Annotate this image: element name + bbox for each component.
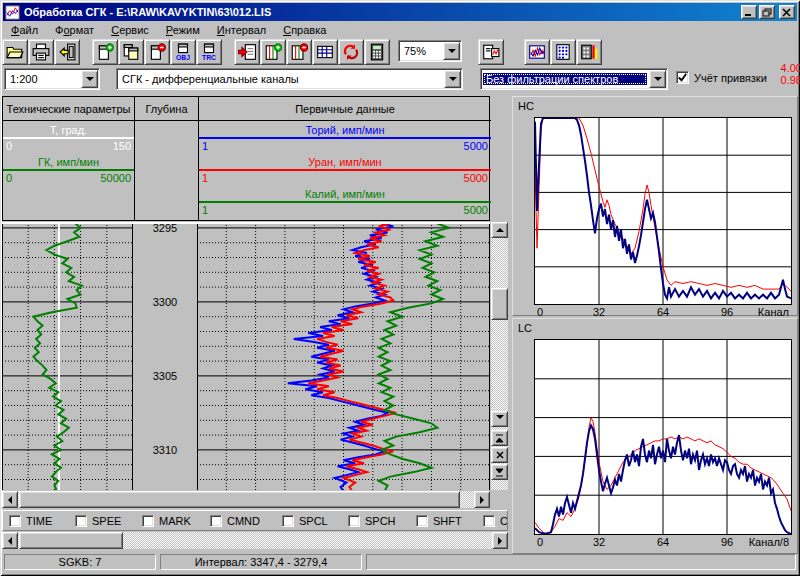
column-copy-button[interactable] [118, 39, 144, 65]
flags-hscrollbar[interactable] [2, 532, 508, 549]
zoom-combo[interactable]: 75% [398, 40, 462, 62]
x-tick: 32 [593, 536, 605, 548]
app-icon [5, 5, 20, 20]
flag-checkbox-spcl[interactable] [282, 515, 294, 527]
track-scale-thorium: Торий, имп/мин 15000 [199, 123, 491, 153]
menu-item-service[interactable]: Сервис [103, 23, 158, 37]
scroll-left-button[interactable] [2, 532, 18, 549]
chevron-down-icon[interactable] [81, 70, 98, 88]
scroll-right-button[interactable] [474, 491, 490, 508]
close-button[interactable] [779, 5, 795, 19]
channel-set-combo[interactable]: СГК - дифференциальные каналы [116, 68, 463, 90]
refresh-icon [342, 43, 360, 61]
exit-door-icon [58, 43, 76, 61]
status-bar: SGKB: 7 Интервал: 3347,4 - 3279,4 [2, 552, 798, 572]
flag-checkbox-cmnd[interactable] [210, 515, 222, 527]
arrow-up-icon [496, 224, 504, 232]
svg-text:OBJ: OBJ [176, 54, 190, 61]
page-top-button[interactable] [491, 430, 508, 446]
channel-table-button[interactable] [550, 39, 576, 65]
chart-view-button[interactable] [524, 39, 550, 65]
flags-panel: TIMESPEEMARKCMNDSPCLSPCHSHFTCO [2, 510, 508, 531]
chevron-down-icon[interactable] [444, 70, 461, 88]
flag-checkbox-time[interactable] [9, 515, 21, 527]
binding-checkbox-label: Учёт привязки [694, 72, 767, 84]
hscroll-thumb[interactable] [19, 532, 123, 549]
flag-label-co: CO [500, 515, 508, 528]
log-hscrollbar[interactable] [2, 491, 490, 508]
check-icon [677, 72, 688, 83]
calculator-button[interactable] [364, 39, 390, 65]
flag-checkbox-mark[interactable] [142, 515, 154, 527]
chevron-down-icon[interactable] [649, 70, 666, 88]
x-tick: 64 [657, 536, 669, 548]
column-trc-button[interactable]: TRC [196, 39, 222, 65]
column-obj-button[interactable]: OBJ [170, 39, 196, 65]
arrow-down-icon [496, 415, 504, 423]
column-add-button[interactable] [92, 39, 118, 65]
menu-item-interval[interactable]: Интервал [209, 23, 275, 37]
lc-chart-plot [535, 340, 791, 534]
eject-up-icon [495, 434, 504, 443]
log-track-params[interactable] [2, 222, 133, 490]
menu-item-mode[interactable]: Режим [158, 23, 209, 37]
flag-label-shft: SHFT [433, 515, 462, 528]
data-grid-button[interactable] [312, 39, 338, 65]
scroll-up-button[interactable] [491, 222, 508, 238]
cancel-scroll-button[interactable] [491, 447, 508, 463]
menu-item-help[interactable]: Справка [275, 23, 335, 37]
print-button[interactable] [28, 39, 54, 65]
flag-checkbox-shft[interactable] [416, 515, 428, 527]
flag-checkbox-spch[interactable] [348, 515, 360, 527]
color-calc-icon [580, 43, 598, 61]
flag-label-spee: SPEE [92, 515, 121, 528]
depth-label: 3305 [133, 369, 197, 383]
log-vscrollbar[interactable] [491, 222, 508, 490]
open-button[interactable] [2, 39, 28, 65]
log-track-primary[interactable] [197, 222, 490, 490]
title-bar: Обработка СГК - E:\RAW\KAVYKTIN\63\012.L… [3, 3, 797, 21]
scale-combo[interactable]: 1:200 [4, 68, 100, 90]
x-tick: 0 [537, 536, 543, 548]
svg-text:TRC: TRC [202, 54, 216, 61]
scroll-left-button[interactable] [2, 491, 18, 508]
hscroll-thumb[interactable] [19, 491, 460, 508]
chevron-down-icon[interactable] [443, 42, 460, 60]
vscroll-thumb[interactable] [491, 288, 508, 320]
table-delete-button[interactable] [286, 39, 312, 65]
open-folder-icon [6, 43, 24, 61]
column-obj-icon: OBJ [174, 43, 192, 61]
scroll-down-button[interactable] [491, 411, 508, 427]
flag-checkbox-spee[interactable] [75, 515, 87, 527]
color-calc-button[interactable] [576, 39, 602, 65]
report-layout-button[interactable] [478, 39, 504, 65]
channel-table-icon [554, 43, 572, 61]
arrow-left-icon [4, 537, 12, 545]
lc-chart-title: LC [518, 322, 532, 334]
scroll-right-button[interactable] [492, 532, 508, 549]
app-window: Обработка СГК - E:\RAW\KAVYKTIN\63\012.L… [0, 0, 800, 576]
calibration-values: 4.00 0.98 [764, 62, 800, 86]
current-position-marker [2, 222, 490, 224]
export-doc-button[interactable] [234, 39, 260, 65]
x-tick: 32 [593, 306, 605, 318]
status-extra [366, 554, 796, 570]
menu-item-file[interactable]: Файл [3, 23, 47, 37]
menu-item-format[interactable]: Формат [47, 23, 103, 37]
refresh-button[interactable] [338, 39, 364, 65]
report-layout-icon [482, 43, 500, 61]
header-primary: Первичные данные [199, 97, 491, 121]
column-delete-button[interactable] [144, 39, 170, 65]
flag-checkbox-co[interactable] [483, 515, 495, 527]
table-add-button[interactable] [260, 39, 286, 65]
page-bottom-button[interactable] [491, 464, 508, 480]
x-axis-label: Канал/8 [749, 536, 789, 548]
minimize-button[interactable] [741, 5, 757, 19]
table-delete-icon [290, 43, 308, 61]
restore-button[interactable] [759, 5, 775, 19]
exit-button[interactable] [54, 39, 80, 65]
filter-combo[interactable]: Без фильтрации спектров [480, 68, 668, 90]
printer-icon [32, 43, 50, 61]
status-sgkb: SGKB: 7 [4, 554, 156, 570]
binding-checkbox[interactable] [676, 71, 689, 84]
